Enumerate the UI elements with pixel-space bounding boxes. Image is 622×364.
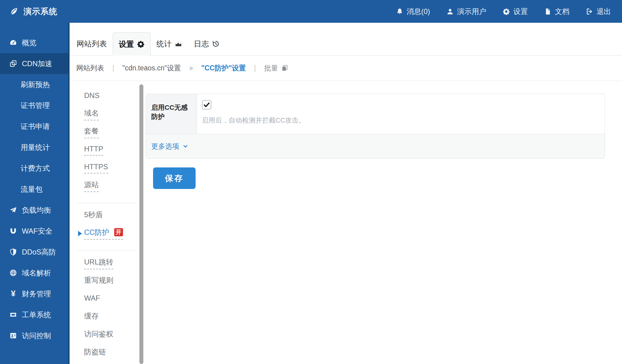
sidebar-item-usage-stats[interactable]: 用量统计 [0,137,68,158]
sidebar-item-finance[interactable]: ¥ 财务管理 [0,283,68,304]
cc-protection-checkbox[interactable] [202,100,211,110]
content: DNS域名套餐HTTPHTTPS源站5秒盾CC防护开URL跳转重写规则WAF缓存… [71,81,622,364]
sidebar-item-cdn[interactable]: CDN加速 [0,53,68,74]
check-icon [203,101,210,109]
settings-menu-scrollbar[interactable] [139,84,143,364]
sidebar-item-label: WAF安全 [22,226,52,236]
topnav: 消息(0) 演示用户 设置 文档 退出 [396,7,611,16]
sidebar-item-label: 计费方式 [21,163,50,173]
yen-icon: ¥ [9,289,17,298]
breadcrumb-separator: | [254,64,256,72]
settings-menu-item-domain[interactable]: 域名 [78,105,142,123]
sidebar-item-traffic-pack[interactable]: 流量包 [0,179,68,200]
settings-menu-item-label: 套餐 [84,126,99,138]
settings-menu-item-rewrite-rules[interactable]: 重写规则 [78,272,142,290]
tab-stats[interactable]: 统计 [151,32,188,56]
more-options-row[interactable]: 更多选项 [146,134,605,158]
settings-menu-item-cache[interactable]: 缓存 [78,308,142,326]
leaf-icon [9,7,19,16]
sidebar-item-refresh-prewarm[interactable]: 刷新预热 [0,74,68,95]
breadcrumb-current: "CC防护"设置 [201,63,246,73]
settings-menu-item-label: DNS [84,91,100,102]
topnav-item-user[interactable]: 演示用户 [446,7,486,16]
more-options-label: 更多选项 [151,142,179,151]
sidebar-item-label: DDoS高防 [22,247,56,257]
settings-menu-item-cc-protect[interactable]: CC防护开 [78,224,142,242]
settings-menu-item-label: 源站 [84,180,99,192]
sidebar-item-label: 流量包 [21,184,43,194]
settings-menu-item-origin[interactable]: 源站 [78,177,142,195]
sidebar-item-label: 用量统计 [21,143,50,152]
breadcrumb-site-list[interactable]: 网站列表 [76,63,104,73]
settings-menu-item-label: 防盗链 [84,347,106,359]
breadcrumb-separator: | [112,64,114,72]
sidebar-item-billing-mode[interactable]: 计费方式 [0,158,68,179]
topnav-item-messages[interactable]: 消息(0) [396,7,430,16]
sidebar-item-label: 负载均衡 [22,205,51,215]
sidebar-item-label: 域名解析 [22,268,51,278]
save-button[interactable]: 保存 [153,167,196,189]
gear-icon [137,40,145,48]
topnav-item-docs[interactable]: 文档 [544,7,569,16]
settings-menu-item-dns[interactable]: DNS [78,87,142,105]
cc-enable-control: 启用后，自动检测并拦截CC攻击。 [197,94,605,134]
tab-label: 设置 [119,39,134,49]
settings-menu-item-access-auth[interactable]: 访问鉴权 [78,326,142,344]
menu-divider [77,251,137,251]
sidebar-item-cert-manage[interactable]: 证书管理 [0,95,68,116]
cc-protection-panel: 启用CC无感防护 启用后，自动检测并拦截CC攻击。 更多选项 [146,94,605,159]
settings-menu-item-label: 重写规则 [84,275,113,287]
settings-menu-item-https[interactable]: HTTPS [78,159,142,177]
clone-icon [9,60,17,67]
sidebar-item-label: 证书申请 [21,122,50,131]
sidebar-item-access-control[interactable]: 访问控制 [0,325,68,346]
sidebar-item-load-balance[interactable]: 负载均衡 [0,200,68,221]
copy-icon [281,65,288,72]
topnav-item-label: 演示用户 [457,7,486,16]
globe-icon [9,269,17,277]
settings-menu-item-label: 缓存 [84,311,99,323]
gauge-icon [9,39,17,46]
tab-site-list[interactable]: 网站列表 [71,32,113,56]
sidebar-item-dns-resolve[interactable]: 域名解析 [0,262,68,283]
magnet-icon [9,227,17,235]
settings-menu-item-5s-shield[interactable]: 5秒盾 [78,207,142,224]
breadcrumb-site-settings[interactable]: "cdn.teaos.cn"设置 [122,63,181,73]
chart-area-icon [175,40,182,48]
settings-menu-item-label: HTTP [84,145,103,156]
settings-menu: DNS域名套餐HTTPHTTPS源站5秒盾CC防护开URL跳转重写规则WAF缓存… [78,87,142,362]
topnav-item-settings[interactable]: 设置 [503,7,528,16]
sidebar-item-cert-apply[interactable]: 证书申请 [0,116,68,137]
tab-logs[interactable]: 日志 [188,32,225,56]
user-icon [446,8,454,15]
sidebar-item-tickets[interactable]: 工单系统 [0,304,68,325]
status-badge-on: 开 [114,228,123,236]
settings-menu-item-http[interactable]: HTTP [78,141,142,159]
batch-button[interactable]: 批量 [264,63,288,73]
sidebar-item-label: 证书管理 [21,101,50,110]
sidebar-item-overview[interactable]: 概览 [0,32,68,53]
main-area: 网站列表 设置 统计 日志 网站列表 | "cdn.teaos.cn"设置 » … [71,23,622,364]
tab-settings[interactable]: 设置 [113,32,151,56]
sidebar-item-waf-security[interactable]: WAF安全 [0,221,68,241]
settings-menu-item-label: 域名 [84,108,99,120]
chevron-down-icon [183,143,188,149]
sidebar-item-label: 访问控制 [22,331,51,341]
sidebar-item-label: 概览 [22,38,36,48]
breadcrumb: 网站列表 | "cdn.teaos.cn"设置 » "CC防护"设置 | 批量 [71,56,622,81]
settings-menu-item-waf[interactable]: WAF [78,290,142,308]
brand[interactable]: 演示系统 [9,6,57,17]
menu-divider [77,203,137,203]
topnav-item-logout[interactable]: 退出 [586,7,611,16]
settings-menu-item-hotlink[interactable]: 防盗链 [78,344,142,362]
sidebar-item-ddos[interactable]: DDoS高防 [0,241,68,262]
settings-menu-item-label: 访问鉴权 [84,329,113,341]
settings-menu-item-plan[interactable]: 套餐 [78,123,142,141]
caret-right-icon [78,231,82,236]
sidebar-item-label: 刷新预热 [21,80,50,89]
id-card-icon [9,332,17,339]
paper-plane-icon [9,206,17,214]
settings-menu-item-label: CC防护开 [84,228,123,240]
settings-menu-item-url-redirect[interactable]: URL跳转 [78,254,142,272]
more-options-toggle[interactable]: 更多选项 [151,142,188,151]
